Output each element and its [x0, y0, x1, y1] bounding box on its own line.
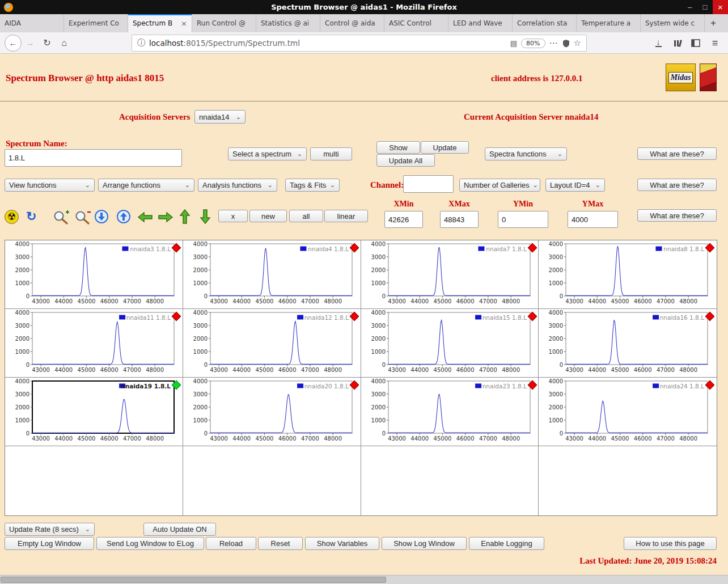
gallery-cell-nnaida12[interactable]: 0100020003000400043000440004500046000470…	[183, 309, 361, 378]
gallery-cell-empty[interactable]	[183, 446, 361, 515]
tab-experiment-co[interactable]: Experiment Co	[64, 14, 128, 32]
arrange-functions-select[interactable]: Arrange functions ⌄	[98, 179, 194, 192]
spectrum-name-input[interactable]	[5, 149, 182, 167]
download-icon[interactable]: ↓	[650, 35, 667, 52]
how-to-use-button[interactable]: How to use this page	[624, 537, 717, 550]
update-all-button[interactable]: Update All	[376, 154, 435, 167]
auto-update-button[interactable]: Auto Update ON	[143, 523, 216, 536]
tab-led-and-wave[interactable]: LED and Wave	[448, 14, 513, 32]
midas-logo[interactable]: Midas	[666, 64, 696, 91]
gallery-cell-nnaida16[interactable]: 0100020003000400043000440004500046000470…	[539, 309, 717, 378]
back-button[interactable]: ←	[5, 35, 22, 52]
scroll-down-icon[interactable]	[94, 209, 109, 224]
shift-right-icon[interactable]	[158, 211, 173, 223]
gallery-cell-nnaida8[interactable]: 0100020003000400043000440004500046000470…	[539, 240, 717, 309]
view-functions-select[interactable]: View functions ⌄	[5, 179, 95, 192]
what-are-these-button-3[interactable]: What are these?	[637, 209, 717, 222]
channel-input[interactable]	[403, 175, 454, 193]
gallery-cell-nnaida24[interactable]: 0100020003000400043000440004500046000470…	[539, 378, 717, 446]
ymax-input[interactable]	[568, 211, 618, 228]
zoom-in-icon[interactable]	[52, 209, 70, 225]
tab-system-wide-c[interactable]: System wide c	[641, 14, 705, 32]
reset-button[interactable]: Reset	[258, 537, 303, 550]
x-button[interactable]: x	[218, 210, 248, 222]
all-button[interactable]: all	[289, 210, 323, 222]
maximize-button[interactable]: □	[697, 0, 713, 14]
xmin-input[interactable]	[384, 211, 423, 228]
show-log-window-button[interactable]: Show Log Window	[382, 537, 467, 550]
gallery-cell-empty[interactable]	[539, 446, 717, 515]
acquisition-server-select[interactable]: nnaida14 ⌄	[194, 110, 246, 124]
home-button[interactable]: ⌂	[56, 35, 73, 52]
horizontal-scrollbar[interactable]	[0, 575, 728, 584]
show-button[interactable]: Show	[376, 141, 420, 154]
tab-temperature-a[interactable]: Temperature a	[577, 14, 641, 32]
tab-close-icon[interactable]: ×	[181, 19, 187, 28]
xmax-input[interactable]	[440, 211, 479, 228]
shift-down-icon[interactable]	[200, 209, 211, 225]
bookmark-star-icon[interactable]: ☆	[574, 38, 581, 48]
gallery-cell-nnaida4[interactable]: 0100020003000400043000440004500046000470…	[183, 240, 361, 309]
sidebar-icon[interactable]	[687, 35, 704, 52]
zoom-out-icon[interactable]	[74, 209, 92, 225]
tab-spectrum-b[interactable]: Spectrum B×	[128, 14, 192, 32]
show-variables-button[interactable]: Show Variables	[305, 537, 379, 550]
tab-aida[interactable]: AIDA	[0, 14, 64, 32]
chevron-down-icon: ⌄	[85, 182, 90, 188]
reload-page-button[interactable]: Reload	[206, 537, 256, 550]
gallery-cell-nnaida20[interactable]: 0100020003000400043000440004500046000470…	[183, 378, 361, 446]
gallery-cell-nnaida15[interactable]: 0100020003000400043000440004500046000470…	[361, 309, 539, 378]
close-window-button[interactable]: ×	[713, 0, 728, 14]
what-are-these-button-2[interactable]: What are these?	[637, 179, 717, 191]
secondary-logo[interactable]	[700, 64, 717, 91]
forward-button[interactable]: →	[22, 35, 39, 52]
scroll-up-icon[interactable]	[116, 209, 131, 224]
what-are-these-button-1[interactable]: What are these?	[637, 147, 717, 160]
shift-left-icon[interactable]	[137, 211, 153, 223]
gallery-cell-nnaida7[interactable]: 0100020003000400043000440004500046000470…	[361, 240, 539, 309]
refresh-icon[interactable]: ↻	[26, 209, 36, 224]
analysis-functions-select[interactable]: Analysis functions ⌄	[198, 179, 277, 192]
menu-icon[interactable]: ≡	[706, 35, 723, 52]
library-icon[interactable]	[669, 35, 686, 52]
url-text[interactable]: localhost:8015/Spectrum/Spectrum.tml	[149, 39, 506, 48]
tab-statistics-ai[interactable]: Statistics @ ai	[256, 14, 320, 32]
radiation-icon[interactable]: ☢	[5, 210, 19, 224]
reader-mode-icon[interactable]: ▤	[510, 39, 517, 48]
page-actions-icon[interactable]: ⋯	[549, 38, 558, 48]
minimize-button[interactable]: –	[682, 0, 697, 14]
layout-id-select[interactable]: Layout ID=4 ⌄	[545, 179, 605, 192]
gallery-cell-nnaida19[interactable]: 0100020003000400043000440004500046000470…	[5, 378, 183, 446]
new-tab-button[interactable]: +	[705, 14, 722, 32]
shield-icon[interactable]	[562, 39, 570, 48]
tab-asic-control[interactable]: ASIC Control	[384, 14, 448, 32]
enable-logging-button[interactable]: Enable Logging	[469, 537, 544, 550]
scrollbar-thumb[interactable]	[1, 577, 386, 583]
send-log-to-elog-button[interactable]: Send Log Window to ELog	[96, 537, 204, 550]
select-a-spectrum[interactable]: Select a spectrum ⌄	[228, 147, 307, 160]
update-rate-select[interactable]: Update Rate (8 secs) ⌄	[5, 523, 95, 536]
tab-run-control[interactable]: Run Control @	[192, 14, 256, 32]
empty-log-window-button[interactable]: Empty Log Window	[5, 537, 94, 550]
new-button[interactable]: new	[249, 210, 287, 222]
gallery-cell-empty[interactable]	[5, 446, 183, 515]
url-bar[interactable]: ⓘ localhost:8015/Spectrum/Spectrum.tml ▤…	[132, 35, 587, 52]
tab-control-aida[interactable]: Control @ aida	[320, 14, 384, 32]
number-of-galleries-select[interactable]: Number of Galleries ⌄	[459, 179, 540, 192]
update-button[interactable]: Update	[421, 141, 469, 154]
ymin-input[interactable]	[498, 211, 548, 228]
zoom-indicator[interactable]: 80%	[521, 39, 545, 48]
multi-button[interactable]: multi	[310, 147, 352, 160]
tags-fits-select[interactable]: Tags & Fits ⌄	[285, 179, 340, 192]
gallery-cell-nnaida3[interactable]: 0100020003000400043000440004500046000470…	[5, 240, 183, 309]
gallery-cell-nnaida11[interactable]: 0100020003000400043000440004500046000470…	[5, 309, 183, 378]
gallery-cell-empty[interactable]	[361, 446, 539, 515]
gallery-cell-nnaida23[interactable]: 0100020003000400043000440004500046000470…	[361, 378, 539, 446]
spectra-functions-select[interactable]: Spectra functions ⌄	[485, 147, 567, 160]
reload-button[interactable]: ↻	[39, 35, 56, 52]
shift-up-icon[interactable]	[179, 209, 191, 225]
tab-correlation-sta[interactable]: Correlation sta	[513, 14, 577, 32]
legend-label: nnaida11 1.8.L	[126, 314, 171, 321]
linear-button[interactable]: linear	[324, 210, 368, 222]
page-info-icon[interactable]: ⓘ	[137, 38, 145, 48]
